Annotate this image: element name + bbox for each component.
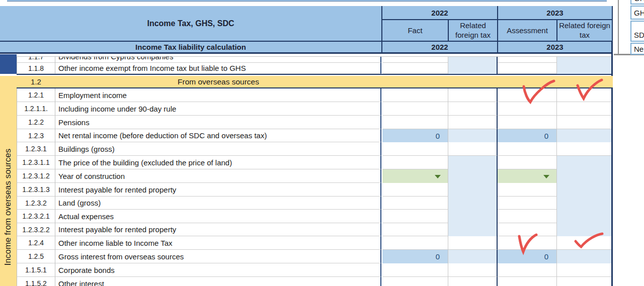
header-col-assessment[interactable]: Assessment [498,20,556,41]
row-number-cell[interactable]: 1.2.3.2.2 [17,223,55,236]
cell-fact[interactable] [382,183,448,197]
cell-rel22[interactable] [448,129,498,142]
row-number-cell[interactable]: 1.1.8 [17,63,55,74]
cell-rel22[interactable] [448,183,498,197]
header-title-cell[interactable]: Income Tax, GHS, SDC [0,6,381,41]
cell-assess[interactable] [498,169,557,183]
header-year-2022[interactable]: 2022 [382,6,497,19]
row-label-cell[interactable]: Employment income [55,88,381,102]
row-number-cell[interactable]: 1.2.3.1.2 [17,169,55,183]
row-number-cell[interactable]: 1.2.1.1. [17,102,55,116]
cell-rel22[interactable] [448,210,498,223]
row-number-cell[interactable]: 1.1.5.2 [17,277,55,286]
cell-fact[interactable] [382,63,448,74]
cell-rel22[interactable] [448,197,498,210]
cell-fact[interactable]: 0 [382,250,448,263]
cell-rel23[interactable] [557,263,611,277]
cell-fact[interactable] [382,169,448,183]
subheader-year-2022[interactable]: 2022 [382,42,497,52]
header-col-related-2023[interactable]: Related foreign tax [557,20,612,41]
cell-fact[interactable]: 0 [382,129,448,142]
cell-rel23[interactable] [557,277,611,286]
cell-rel22[interactable] [448,56,498,63]
cell-assess[interactable] [498,156,557,169]
row-number-cell[interactable]: 1.2.2 [17,116,55,129]
header-col-related-2022[interactable]: Related foreign tax [449,20,497,41]
row-label-cell[interactable]: Land (gross) [55,197,381,210]
cell-rel22[interactable] [448,156,498,169]
cell-assess[interactable] [498,56,557,63]
cell-fact[interactable] [382,56,448,63]
cell-rel23[interactable] [557,116,611,129]
cell-assess[interactable] [498,142,557,156]
cell-rel22[interactable] [448,277,498,286]
row-number-cell[interactable]: 1.2.3.2 [17,197,55,210]
row-label-cell[interactable]: Interest payable for rented property [55,183,381,197]
row-number-cell[interactable]: 1.2.1 [17,88,55,102]
cell-rel22[interactable] [448,116,498,129]
cell-rel23[interactable] [557,156,611,169]
cell-fact[interactable] [382,236,448,250]
cell-rel23[interactable] [557,250,611,263]
row-label-cell[interactable]: Other income exempt from Income tax but … [55,63,381,74]
cell-rel23[interactable] [557,183,611,197]
cell-rel22[interactable] [448,63,498,74]
cell-rel22[interactable] [448,223,498,236]
row-label-cell[interactable]: Including income under 90-day rule [55,102,381,116]
cell-rel23[interactable] [557,56,611,63]
row-label-cell[interactable]: Interest payable for rented property [55,223,381,236]
cell-assess[interactable] [498,263,557,277]
row-number-cell[interactable]: 1.1.7 [17,56,55,63]
dropdown-arrow-icon[interactable] [543,175,549,178]
cell-assess[interactable]: 0 [498,129,557,142]
right-panel-cell[interactable]: GH [630,0,644,5]
right-panel-cell[interactable]: GH [630,6,644,20]
header-col-fact[interactable]: Fact [382,20,448,41]
row-number-cell[interactable]: 1.2.3.2.1 [17,210,55,223]
cell-assess[interactable] [498,210,557,223]
cell-rel22[interactable] [448,102,498,116]
row-label-cell[interactable]: The price of the building (excluded the … [55,156,381,169]
row-label-cell[interactable]: Corporate bonds [55,263,381,277]
cell-assess[interactable] [498,277,557,286]
row-number-cell[interactable]: 1.2.3.1 [17,142,55,156]
cell-rel23[interactable] [557,197,611,210]
row-number-cell[interactable]: 1.2.3.1.1 [17,156,55,169]
row-label-cell[interactable]: Net rental income (before deduction of S… [55,129,381,142]
row-label-cell[interactable]: Gross interest from overseas sources [55,250,381,263]
row-number-cell[interactable]: 1.2.3.1.3 [17,183,55,197]
cell-fact[interactable] [382,197,448,210]
right-panel-cell[interactable]: SD [630,21,644,42]
dropdown-arrow-icon[interactable] [435,175,441,178]
cell-fact[interactable] [382,102,448,116]
cell-fact[interactable] [382,210,448,223]
cell-rel23[interactable] [557,63,611,74]
cell-rel22[interactable] [448,236,498,250]
cell-fact[interactable] [382,263,448,277]
cell-assess[interactable] [498,63,557,74]
row-number-cell[interactable]: 1.2.3 [17,129,55,142]
cell-rel23[interactable] [557,210,611,223]
cell-rel23[interactable] [557,102,611,116]
cell-fact[interactable] [382,116,448,129]
cell-assess[interactable] [498,116,557,129]
cell-rel23[interactable] [557,129,611,142]
subheader-title-cell[interactable]: Income Tax liability calculation [0,42,381,52]
subheader-year-2023[interactable]: 2023 [498,42,612,52]
cell-assess[interactable] [498,197,557,210]
cell-fact[interactable] [382,277,448,286]
cell-rel22[interactable] [448,250,498,263]
cell-assess[interactable] [498,183,557,197]
cell-fact[interactable] [382,156,448,169]
cell-rel22[interactable] [448,88,498,102]
cell-fact[interactable] [382,223,448,236]
row-label-cell[interactable]: Actual expenses [55,210,381,223]
row-label-cell[interactable]: Year of construction [55,169,381,183]
cell-fact[interactable] [382,88,448,102]
cell-rel22[interactable] [448,263,498,277]
row-number-cell[interactable]: 1.2.4 [17,236,55,250]
header-year-2023[interactable]: 2023 [498,6,612,19]
cell-rel22[interactable] [448,169,498,183]
cell-rel23[interactable] [557,169,611,183]
right-panel-cell[interactable]: Ne [630,43,644,55]
